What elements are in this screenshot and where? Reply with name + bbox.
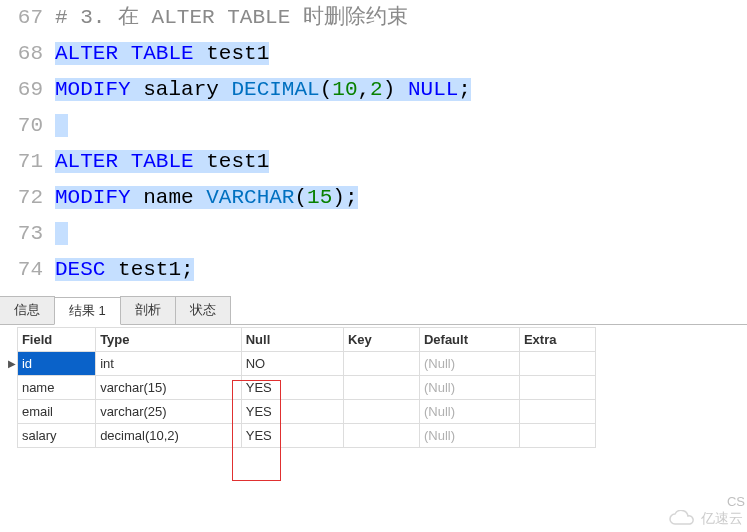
watermark: 亿速云 <box>667 510 743 528</box>
cell-field[interactable]: name <box>17 376 95 400</box>
table-row[interactable]: salarydecimal(10,2)YES(Null) <box>6 424 596 448</box>
table-row[interactable]: ▶idintNO(Null) <box>6 352 596 376</box>
row-pointer <box>6 424 17 448</box>
code-token: test1 <box>194 150 270 173</box>
code-token: ); <box>332 186 357 209</box>
table-row[interactable]: emailvarchar(25)YES(Null) <box>6 400 596 424</box>
line-number: 68 <box>0 36 55 72</box>
row-pointer: ▶ <box>6 352 17 376</box>
code-token: DESC <box>55 258 105 281</box>
code-token: NULL <box>408 78 458 101</box>
code-token: ALTER <box>55 42 118 65</box>
cell-key[interactable] <box>343 424 419 448</box>
code-content[interactable] <box>55 216 68 252</box>
result-grid[interactable]: FieldTypeNullKeyDefaultExtra ▶idintNO(Nu… <box>6 327 596 448</box>
code-line[interactable]: 72MODIFY name VARCHAR(15); <box>0 180 747 216</box>
code-line[interactable]: 68ALTER TABLE test1 <box>0 36 747 72</box>
tab-2[interactable]: 剖析 <box>120 296 176 324</box>
cell-default[interactable]: (Null) <box>419 376 519 400</box>
code-token: test1; <box>105 258 193 281</box>
cell-key[interactable] <box>343 400 419 424</box>
code-content[interactable]: ALTER TABLE test1 <box>55 144 269 180</box>
code-line[interactable]: 67# 3. 在 ALTER TABLE 时删除约束 <box>0 0 747 36</box>
code-token: , <box>358 78 371 101</box>
line-number: 70 <box>0 108 55 144</box>
code-token: 15 <box>307 186 332 209</box>
cell-default[interactable]: (Null) <box>419 400 519 424</box>
code-token: TABLE <box>131 42 194 65</box>
row-pointer <box>6 400 17 424</box>
line-number: 69 <box>0 72 55 108</box>
cell-null[interactable]: NO <box>241 352 343 376</box>
line-number: 72 <box>0 180 55 216</box>
code-token: ( <box>320 78 333 101</box>
column-header[interactable]: Default <box>419 328 519 352</box>
column-header[interactable]: Type <box>96 328 242 352</box>
cell-extra[interactable] <box>519 400 595 424</box>
cloud-icon <box>667 510 697 528</box>
code-line[interactable]: 71ALTER TABLE test1 <box>0 144 747 180</box>
code-content[interactable]: ALTER TABLE test1 <box>55 36 269 72</box>
code-line[interactable]: 73 <box>0 216 747 252</box>
column-header[interactable]: Key <box>343 328 419 352</box>
code-token: ) <box>383 78 408 101</box>
code-content[interactable]: # 3. 在 ALTER TABLE 时删除约束 <box>55 0 408 36</box>
column-header[interactable]: Extra <box>519 328 595 352</box>
code-content[interactable]: DESC test1; <box>55 252 194 288</box>
code-token: ALTER <box>55 150 118 173</box>
cell-key[interactable] <box>343 376 419 400</box>
tab-3[interactable]: 状态 <box>175 296 231 324</box>
cell-extra[interactable] <box>519 376 595 400</box>
sql-editor[interactable]: 67# 3. 在 ALTER TABLE 时删除约束68ALTER TABLE … <box>0 0 747 292</box>
column-header[interactable]: Field <box>17 328 95 352</box>
code-token: # 3. 在 ALTER TABLE 时删除约束 <box>55 6 408 29</box>
code-token: TABLE <box>131 150 194 173</box>
cell-default[interactable]: (Null) <box>419 352 519 376</box>
cell-type[interactable]: varchar(25) <box>96 400 242 424</box>
code-content[interactable] <box>55 108 68 144</box>
cell-default[interactable]: (Null) <box>419 424 519 448</box>
cell-extra[interactable] <box>519 352 595 376</box>
cell-field[interactable]: salary <box>17 424 95 448</box>
row-pointer-header <box>6 328 17 352</box>
row-pointer <box>6 376 17 400</box>
result-tabs: 信息结果 1剖析状态 <box>0 296 747 325</box>
cell-null[interactable]: YES <box>241 400 343 424</box>
code-token: ; <box>458 78 471 101</box>
line-number: 73 <box>0 216 55 252</box>
tab-1[interactable]: 结果 1 <box>54 297 121 325</box>
line-number: 67 <box>0 0 55 36</box>
code-token <box>55 114 68 137</box>
cell-null[interactable]: YES <box>241 424 343 448</box>
code-token: test1 <box>194 42 270 65</box>
code-token <box>118 150 131 173</box>
code-token: 2 <box>370 78 383 101</box>
cell-type[interactable]: decimal(10,2) <box>96 424 242 448</box>
code-token: name <box>131 186 207 209</box>
table-row[interactable]: namevarchar(15)YES(Null) <box>6 376 596 400</box>
code-token: MODIFY <box>55 186 131 209</box>
cell-type[interactable]: varchar(15) <box>96 376 242 400</box>
cell-field[interactable]: id <box>17 352 95 376</box>
code-token: 10 <box>332 78 357 101</box>
code-token: ( <box>294 186 307 209</box>
line-number: 74 <box>0 252 55 288</box>
code-token <box>118 42 131 65</box>
cell-type[interactable]: int <box>96 352 242 376</box>
code-token: salary <box>131 78 232 101</box>
cell-extra[interactable] <box>519 424 595 448</box>
code-line[interactable]: 74DESC test1; <box>0 252 747 288</box>
code-token: MODIFY <box>55 78 131 101</box>
tab-0[interactable]: 信息 <box>0 296 55 324</box>
cell-null[interactable]: YES <box>241 376 343 400</box>
code-content[interactable]: MODIFY salary DECIMAL(10,2) NULL; <box>55 72 471 108</box>
cell-field[interactable]: email <box>17 400 95 424</box>
corner-text: CS <box>727 494 745 509</box>
code-content[interactable]: MODIFY name VARCHAR(15); <box>55 180 358 216</box>
code-line[interactable]: 69MODIFY salary DECIMAL(10,2) NULL; <box>0 72 747 108</box>
line-number: 71 <box>0 144 55 180</box>
column-header[interactable]: Null <box>241 328 343 352</box>
code-token: VARCHAR <box>206 186 294 209</box>
cell-key[interactable] <box>343 352 419 376</box>
code-line[interactable]: 70 <box>0 108 747 144</box>
